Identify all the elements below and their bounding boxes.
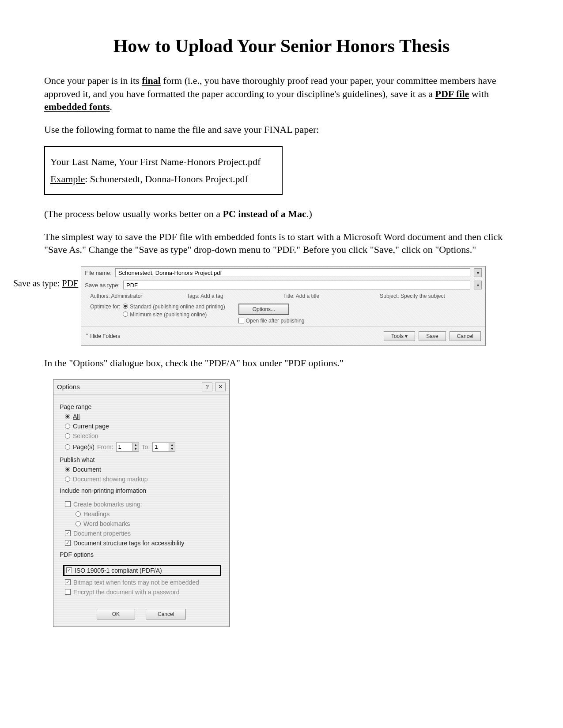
filename-input[interactable] xyxy=(115,268,470,277)
arrow-down-icon[interactable]: ▼ xyxy=(169,447,175,451)
to-spinner[interactable]: ▲▼ xyxy=(152,442,175,452)
word-bookmarks-radio: Word bookmarks xyxy=(76,520,223,527)
to-label: To: xyxy=(142,443,150,450)
example-label: Example xyxy=(50,173,85,184)
authors-value[interactable]: Administrator xyxy=(111,293,143,299)
radio-icon xyxy=(65,414,70,419)
authors-label: Authors: xyxy=(90,293,110,299)
text: Hide Folders xyxy=(90,333,120,339)
radio-icon xyxy=(65,444,70,450)
text: Save as type: xyxy=(13,278,62,288)
checkbox-icon xyxy=(65,540,71,546)
text: Open file after publishing xyxy=(246,318,305,324)
chevron-down-icon[interactable]: ▾ xyxy=(474,268,482,277)
text: Word bookmarks xyxy=(83,520,130,527)
example-value: : Schonerstedt, Donna-Honors Project.pdf xyxy=(85,173,248,184)
optimize-standard-radio[interactable]: Standard (publishing online and printing… xyxy=(123,304,225,310)
options-dialog-title: Options xyxy=(57,383,80,390)
hide-folders-toggle[interactable]: ˄ Hide Folders xyxy=(86,333,120,339)
from-input[interactable] xyxy=(117,443,132,450)
text: . xyxy=(110,101,113,112)
text: Current page xyxy=(73,423,109,430)
instructions-saveas: The simplest way to save the PDF file wi… xyxy=(44,230,519,256)
subject-value[interactable]: Specify the subject xyxy=(401,293,445,299)
structure-tags-checkbox[interactable]: Document structure tags for accessibilit… xyxy=(65,540,223,547)
text: Document properties xyxy=(73,530,131,537)
page-range-current-radio[interactable]: Current page xyxy=(65,423,223,430)
checkbox-icon xyxy=(238,318,244,323)
pdf-options-label: PDF options xyxy=(60,551,223,558)
chevron-up-icon: ˄ xyxy=(86,333,88,339)
intro-paragraph: Once your paper is in its final form (i.… xyxy=(44,74,519,113)
emphasis-pdf-file: PDF file xyxy=(435,88,469,99)
text: Document xyxy=(73,466,101,473)
text: .) xyxy=(306,208,312,219)
radio-icon xyxy=(76,521,81,526)
saveas-callout-label: Save as type: PDF xyxy=(13,266,78,289)
arrow-up-icon[interactable]: ▲ xyxy=(132,443,139,447)
radio-icon xyxy=(76,511,81,517)
filename-example: Example: Schonerstedt, Donna-Honors Proj… xyxy=(50,170,276,188)
text: (The process below usually works better … xyxy=(44,208,223,219)
pdfa-checkbox[interactable]: ISO 19005-1 compliant (PDF/A) xyxy=(63,565,221,576)
pc-note: (The process below usually works better … xyxy=(44,207,519,221)
arrow-up-icon[interactable]: ▲ xyxy=(169,443,175,447)
ok-button[interactable]: OK xyxy=(97,609,135,619)
instructions-options: In the "Options" dialogue box, check the… xyxy=(44,356,519,370)
title-label: Title: xyxy=(283,293,295,299)
checkbox-icon xyxy=(65,501,71,507)
text: with xyxy=(469,88,489,99)
text: All xyxy=(73,413,80,420)
doc-properties-checkbox[interactable]: Document properties xyxy=(65,530,223,537)
text: Selection xyxy=(73,432,98,439)
close-icon[interactable]: ✕ xyxy=(215,383,226,391)
filename-convention-box: Your Last Name, Your First Name-Honors P… xyxy=(44,146,283,195)
filename-label: File name: xyxy=(85,270,112,276)
saveastype-input[interactable] xyxy=(123,281,470,289)
checkbox-icon xyxy=(65,579,71,585)
text: Headings xyxy=(83,510,110,518)
bitmap-checkbox: Bitmap text when fonts may not be embedd… xyxy=(65,579,223,586)
emphasis-pc: PC instead of a Mac xyxy=(223,208,306,219)
checkbox-icon xyxy=(65,530,71,536)
format-instruction: Use the following format to name the fil… xyxy=(44,123,519,136)
save-button[interactable]: Save xyxy=(419,331,446,341)
arrow-down-icon[interactable]: ▼ xyxy=(132,447,139,451)
text: ISO 19005-1 compliant (PDF/A) xyxy=(75,567,162,574)
optimize-minimum-radio[interactable]: Minimum size (publishing online) xyxy=(123,311,225,318)
filename-pattern: Your Last Name, Your First Name-Honors P… xyxy=(50,153,276,171)
saveas-figure: Save as type: PDF File name: ▾ Save as t… xyxy=(13,266,486,346)
emphasis-embedded-fonts: embedded fonts xyxy=(44,101,110,112)
title-value[interactable]: Add a title xyxy=(296,293,319,299)
options-button[interactable]: Options... xyxy=(238,304,289,315)
text: Document showing markup xyxy=(73,476,148,483)
encrypt-checkbox: Encrypt the document with a password xyxy=(65,589,223,596)
text: Once your paper is in its xyxy=(44,75,142,86)
to-input[interactable] xyxy=(153,443,169,450)
tools-button[interactable]: Tools ▾ xyxy=(384,331,415,341)
text: Create bookmarks using: xyxy=(73,501,142,508)
publish-markup-radio: Document showing markup xyxy=(65,476,223,483)
saveastype-label: Save as type: xyxy=(85,282,120,289)
from-spinner[interactable]: ▲▼ xyxy=(116,442,139,452)
cancel-button[interactable]: Cancel xyxy=(146,609,186,619)
page-range-label: Page range xyxy=(60,403,223,410)
tags-value[interactable]: Add a tag xyxy=(200,293,223,299)
radio-icon xyxy=(65,477,70,482)
publish-document-radio[interactable]: Document xyxy=(65,466,223,473)
radio-icon xyxy=(65,424,70,429)
bookmarks-checkbox[interactable]: Create bookmarks using: xyxy=(65,501,223,508)
headings-radio: Headings xyxy=(76,510,223,518)
open-after-checkbox[interactable]: Open file after publishing xyxy=(238,318,305,324)
chevron-down-icon[interactable]: ▾ xyxy=(474,281,482,289)
page-range-pages-radio[interactable]: Page(s) xyxy=(65,443,94,450)
text: Standard (publishing online and printing… xyxy=(130,304,225,310)
text: Encrypt the document with a password xyxy=(73,589,179,596)
cancel-button[interactable]: Cancel xyxy=(450,331,481,341)
page-range-all-radio[interactable]: All xyxy=(65,413,223,420)
text: Minimum size (publishing online) xyxy=(130,311,207,318)
help-icon[interactable]: ? xyxy=(202,383,212,391)
optimize-label: Optimize for: xyxy=(90,304,120,319)
checkbox-icon xyxy=(66,567,72,573)
publish-what-label: Publish what xyxy=(60,456,223,463)
